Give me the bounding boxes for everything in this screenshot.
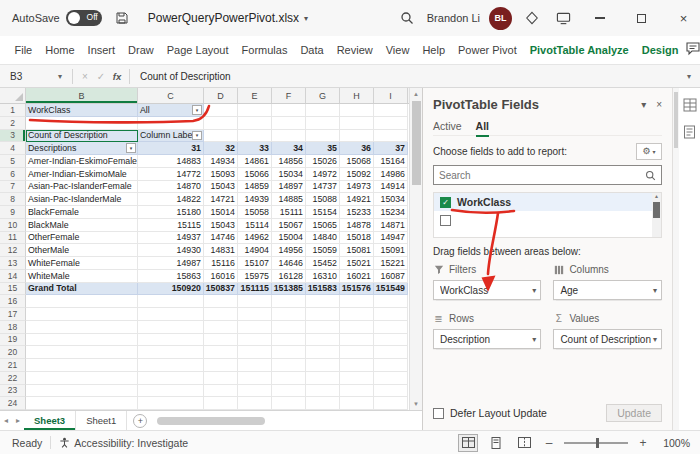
cell-B5[interactable]: Amer-Indian-EskimoFemale xyxy=(26,155,138,168)
filters-item-workclass[interactable]: WorkClass ▾ xyxy=(433,280,541,300)
cell-F20[interactable] xyxy=(272,346,306,359)
cell-B21[interactable] xyxy=(26,359,138,372)
cell-G17[interactable] xyxy=(306,308,340,321)
cell-C22[interactable] xyxy=(138,372,204,385)
ribbon-tab-help[interactable]: Help xyxy=(416,36,452,64)
sheet-tab-sheet3[interactable]: Sheet3 xyxy=(24,411,76,430)
row-header-17[interactable]: 17 xyxy=(0,308,26,321)
cell-C21[interactable] xyxy=(138,359,204,372)
cell-G15[interactable]: 151583 xyxy=(306,283,340,296)
sheet-nav-right-icon[interactable]: ▸ xyxy=(12,416,24,425)
row-header-6[interactable]: 6 xyxy=(0,168,26,181)
cell-D9[interactable]: 15014 xyxy=(204,206,238,219)
page-break-preview-button[interactable] xyxy=(514,434,534,452)
column-header-B[interactable]: B xyxy=(26,88,138,103)
cell-G16[interactable] xyxy=(306,295,340,308)
cell-I15[interactable]: 151549 xyxy=(374,283,408,296)
ribbon-tab-design[interactable]: Design xyxy=(635,36,685,64)
cell-B1[interactable]: WorkClass xyxy=(26,104,138,117)
cell-H17[interactable] xyxy=(340,308,374,321)
cell-H16[interactable] xyxy=(340,295,374,308)
scroll-up-icon[interactable]: ▲ xyxy=(654,193,659,201)
cell-B17[interactable] xyxy=(26,308,138,321)
cell-F23[interactable] xyxy=(272,385,306,398)
cell-H23[interactable] xyxy=(340,385,374,398)
cell-E9[interactable]: 15058 xyxy=(238,206,272,219)
sheet-nav-left-icon[interactable]: ◂ xyxy=(0,416,12,425)
cell-I9[interactable]: 15234 xyxy=(374,206,408,219)
cell-F4[interactable]: 34 xyxy=(272,142,306,155)
cell-B12[interactable]: OtherMale xyxy=(26,244,138,257)
cell-I20[interactable] xyxy=(374,346,408,359)
cell-H15[interactable]: 151576 xyxy=(340,283,374,296)
cell-D10[interactable]: 15043 xyxy=(204,219,238,232)
cell-H9[interactable]: 15233 xyxy=(340,206,374,219)
zoom-out-button[interactable]: – xyxy=(542,436,556,450)
ribbon-tab-review[interactable]: Review xyxy=(330,36,379,64)
cell-B13[interactable]: WhiteFemale xyxy=(26,257,138,270)
vertical-scroll-thumb[interactable] xyxy=(412,101,421,185)
cell-I23[interactable] xyxy=(374,385,408,398)
cell-E7[interactable]: 14859 xyxy=(238,181,272,194)
cell-G19[interactable] xyxy=(306,334,340,347)
cell-C2[interactable] xyxy=(138,117,204,130)
horizontal-scrollbar[interactable] xyxy=(147,411,422,430)
cell-C1[interactable]: All▾ xyxy=(138,104,204,117)
cell-C12[interactable]: 14930 xyxy=(138,244,204,257)
cell-B8[interactable]: Asian-Pac-IslanderMale xyxy=(26,193,138,206)
cell-E12[interactable]: 14904 xyxy=(238,244,272,257)
row-header-20[interactable]: 20 xyxy=(0,346,26,359)
pane-tab-all[interactable]: All xyxy=(476,120,489,135)
cell-C7[interactable]: 14870 xyxy=(138,181,204,194)
cell-B2[interactable] xyxy=(26,117,138,130)
ribbon-tab-pivottable-analyze[interactable]: PivotTable Analyze xyxy=(523,36,635,64)
zoom-slider-thumb[interactable] xyxy=(596,438,599,448)
cell-E16[interactable] xyxy=(238,295,272,308)
document-title[interactable]: PowerQueryPowerPivot.xlsx ▾ xyxy=(142,8,314,28)
row-header-13[interactable]: 13 xyxy=(0,257,26,270)
cell-E22[interactable] xyxy=(238,372,272,385)
cell-C15[interactable]: 150920 xyxy=(138,283,204,296)
cell-I3[interactable] xyxy=(374,130,408,143)
cell-D18[interactable] xyxy=(204,321,238,334)
cell-H24[interactable] xyxy=(340,397,374,410)
cell-H21[interactable] xyxy=(340,359,374,372)
cell-F10[interactable]: 15067 xyxy=(272,219,306,232)
cell-F12[interactable]: 14956 xyxy=(272,244,306,257)
pane-scroll-thumb[interactable] xyxy=(674,92,678,148)
cell-C16[interactable] xyxy=(138,295,204,308)
formula-bar-expand-icon[interactable]: ▾ xyxy=(678,72,700,81)
cell-C5[interactable]: 14883 xyxy=(138,155,204,168)
field-list-scroll-thumb[interactable] xyxy=(653,202,660,218)
ribbon-tab-home[interactable]: Home xyxy=(39,36,81,64)
cell-H7[interactable]: 14973 xyxy=(340,181,374,194)
cell-E23[interactable] xyxy=(238,385,272,398)
cell-G7[interactable]: 14737 xyxy=(306,181,340,194)
cell-E13[interactable]: 15107 xyxy=(238,257,272,270)
cell-G13[interactable]: 15452 xyxy=(306,257,340,270)
row-header-2[interactable]: 2 xyxy=(0,117,26,130)
presenter-screen-icon[interactable] xyxy=(552,7,574,29)
cell-D3[interactable] xyxy=(204,130,238,143)
cell-B18[interactable] xyxy=(26,321,138,334)
cell-C11[interactable]: 14937 xyxy=(138,232,204,245)
cell-D22[interactable] xyxy=(204,372,238,385)
cell-D20[interactable] xyxy=(204,346,238,359)
pane-options-icon[interactable]: ▾ xyxy=(641,99,646,110)
cell-F6[interactable]: 15034 xyxy=(272,168,306,181)
cell-I10[interactable]: 14871 xyxy=(374,219,408,232)
ribbon-tab-page-layout[interactable]: Page Layout xyxy=(160,36,235,64)
cell-D2[interactable] xyxy=(204,117,238,130)
cell-H19[interactable] xyxy=(340,334,374,347)
cell-G9[interactable]: 15154 xyxy=(306,206,340,219)
cell-H18[interactable] xyxy=(340,321,374,334)
cell-G14[interactable]: 16310 xyxy=(306,270,340,283)
cell-G12[interactable]: 15059 xyxy=(306,244,340,257)
ribbon-tab-formulas[interactable]: Formulas xyxy=(235,36,294,64)
cell-E18[interactable] xyxy=(238,321,272,334)
cell-B19[interactable] xyxy=(26,334,138,347)
pane-close-icon[interactable]: × xyxy=(656,99,662,110)
row-header-5[interactable]: 5 xyxy=(0,155,26,168)
cell-C14[interactable]: 15863 xyxy=(138,270,204,283)
cell-E24[interactable] xyxy=(238,397,272,410)
